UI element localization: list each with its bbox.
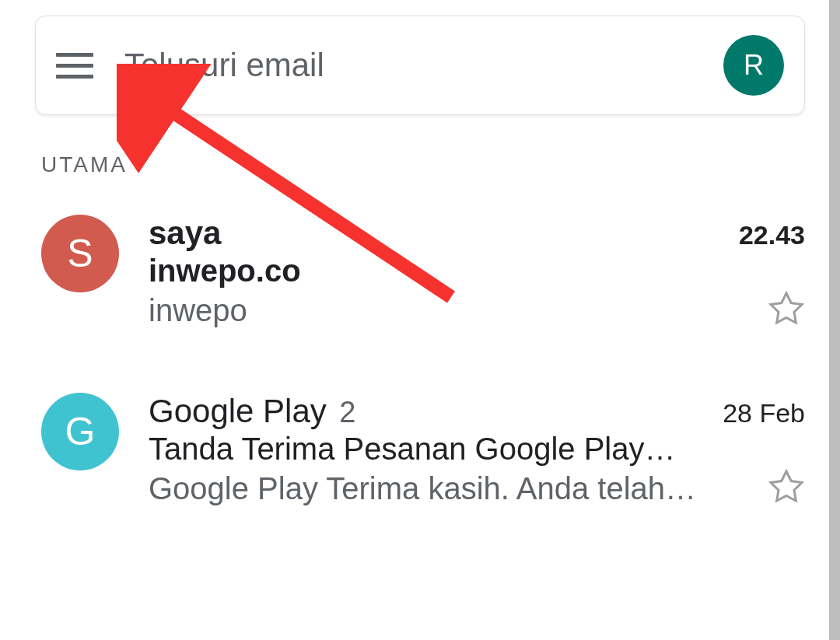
sender-avatar[interactable]: G — [41, 393, 119, 470]
email-time: 22.43 — [739, 220, 805, 250]
email-time: 28 Feb — [723, 398, 805, 428]
email-snippet: inwepo — [149, 293, 752, 328]
sender-avatar[interactable]: S — [41, 215, 119, 292]
email-subject: Tanda Terima Pesanan Google Play… — [149, 432, 805, 467]
email-item[interactable]: G Google Play 2 28 Feb Tanda Terima Pesa… — [41, 393, 805, 509]
hamburger-menu-icon[interactable] — [56, 53, 93, 79]
right-edge-divider — [829, 0, 840, 640]
email-sender: Google Play — [149, 393, 327, 429]
email-list: S saya 22.43 inwepo.co inwepo G — [35, 215, 805, 509]
thread-count: 2 — [339, 396, 355, 428]
search-input[interactable]: Telusuri email — [124, 47, 723, 84]
inbox-section-label: UTAMA — [41, 152, 805, 177]
account-avatar[interactable]: R — [723, 35, 784, 96]
email-snippet: Google Play Terima kasih. Anda telah… — [149, 471, 752, 506]
email-subject: inwepo.co — [149, 254, 805, 289]
email-item[interactable]: S saya 22.43 inwepo.co inwepo — [41, 215, 805, 330]
star-icon[interactable] — [768, 468, 805, 509]
star-icon[interactable] — [768, 290, 805, 330]
email-sender: saya — [149, 215, 221, 252]
search-bar[interactable]: Telusuri email R — [35, 16, 805, 115]
